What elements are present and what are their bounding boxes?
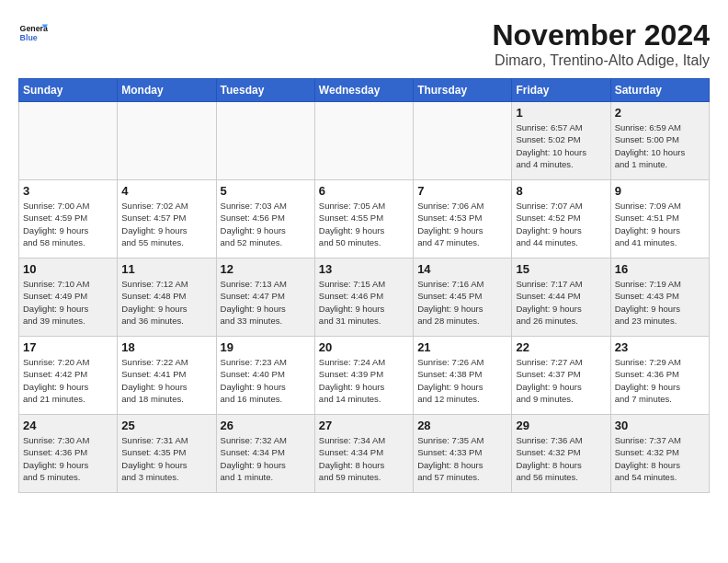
calendar-cell: 18Sunrise: 7:22 AM Sunset: 4:41 PM Dayli… [118,337,216,415]
day-info: Sunrise: 7:12 AM Sunset: 4:48 PM Dayligh… [121,278,211,327]
day-number: 6 [319,184,409,198]
calendar-cell: 14Sunrise: 7:16 AM Sunset: 4:45 PM Dayli… [414,259,512,337]
main-title: November 2024 [492,18,710,52]
day-number: 8 [516,184,606,198]
calendar-cell: 20Sunrise: 7:24 AM Sunset: 4:39 PM Dayli… [314,337,413,415]
calendar-cell: 21Sunrise: 7:26 AM Sunset: 4:38 PM Dayli… [414,337,512,415]
calendar-cell: 9Sunrise: 7:09 AM Sunset: 4:51 PM Daylig… [610,180,709,259]
day-number: 20 [319,340,409,354]
day-info: Sunrise: 7:02 AM Sunset: 4:57 PM Dayligh… [121,200,211,248]
day-info: Sunrise: 7:05 AM Sunset: 4:55 PM Dayligh… [319,200,409,248]
calendar-cell: 11Sunrise: 7:12 AM Sunset: 4:48 PM Dayli… [118,259,216,337]
calendar-day-header: Saturday [610,79,709,102]
day-number: 7 [417,184,507,198]
calendar-cell: 7Sunrise: 7:06 AM Sunset: 4:53 PM Daylig… [414,180,512,259]
day-info: Sunrise: 6:59 AM Sunset: 5:00 PM Dayligh… [615,121,705,170]
day-number: 2 [615,106,705,120]
svg-text:Blue: Blue [20,33,38,42]
calendar-cell: 3Sunrise: 7:00 AM Sunset: 4:59 PM Daylig… [19,180,118,259]
subtitle: Dimaro, Trentino-Alto Adige, Italy [492,52,710,69]
day-info: Sunrise: 7:15 AM Sunset: 4:46 PM Dayligh… [319,278,409,327]
day-info: Sunrise: 7:27 AM Sunset: 4:37 PM Dayligh… [516,356,606,405]
day-info: Sunrise: 7:13 AM Sunset: 4:47 PM Dayligh… [221,278,311,327]
calendar-cell: 25Sunrise: 7:31 AM Sunset: 4:35 PM Dayli… [118,415,216,493]
calendar-day-header: Wednesday [314,79,413,102]
day-info: Sunrise: 7:37 AM Sunset: 4:32 PM Dayligh… [615,434,705,483]
day-number: 24 [23,419,113,432]
day-number: 1 [516,106,606,120]
day-info: Sunrise: 7:00 AM Sunset: 4:59 PM Dayligh… [23,200,113,248]
day-info: Sunrise: 7:30 AM Sunset: 4:36 PM Dayligh… [23,434,113,483]
day-number: 28 [417,419,507,432]
day-info: Sunrise: 6:57 AM Sunset: 5:02 PM Dayligh… [516,121,606,170]
logo-icon: General Blue [18,18,48,48]
calendar-day-header: Friday [512,79,610,102]
day-info: Sunrise: 7:09 AM Sunset: 4:51 PM Dayligh… [615,200,705,248]
calendar-cell: 10Sunrise: 7:10 AM Sunset: 4:49 PM Dayli… [19,259,118,337]
day-info: Sunrise: 7:31 AM Sunset: 4:35 PM Dayligh… [121,434,211,483]
calendar-cell: 12Sunrise: 7:13 AM Sunset: 4:47 PM Dayli… [216,259,314,337]
calendar-table: SundayMondayTuesdayWednesdayThursdayFrid… [18,78,710,493]
day-number: 27 [319,419,409,432]
day-number: 26 [221,419,311,432]
day-number: 13 [319,262,409,276]
calendar-day-header: Sunday [19,79,118,102]
day-number: 11 [121,262,211,276]
day-info: Sunrise: 7:29 AM Sunset: 4:36 PM Dayligh… [615,356,705,405]
calendar-cell [314,102,413,180]
day-number: 4 [121,184,211,198]
day-number: 15 [516,262,606,276]
calendar-cell [414,102,512,180]
calendar-cell: 13Sunrise: 7:15 AM Sunset: 4:46 PM Dayli… [314,259,413,337]
calendar-cell: 22Sunrise: 7:27 AM Sunset: 4:37 PM Dayli… [512,337,610,415]
calendar-cell: 8Sunrise: 7:07 AM Sunset: 4:52 PM Daylig… [512,180,610,259]
calendar-cell: 29Sunrise: 7:36 AM Sunset: 4:32 PM Dayli… [512,415,610,493]
logo: General Blue [18,18,48,48]
day-number: 29 [516,419,606,432]
calendar-cell: 4Sunrise: 7:02 AM Sunset: 4:57 PM Daylig… [118,180,216,259]
day-number: 18 [121,340,211,354]
calendar-day-header: Thursday [414,79,512,102]
calendar-header-row: SundayMondayTuesdayWednesdayThursdayFrid… [19,79,710,102]
day-number: 5 [221,184,311,198]
day-info: Sunrise: 7:24 AM Sunset: 4:39 PM Dayligh… [319,356,409,405]
day-info: Sunrise: 7:36 AM Sunset: 4:32 PM Dayligh… [516,434,606,483]
day-info: Sunrise: 7:19 AM Sunset: 4:43 PM Dayligh… [615,278,705,327]
title-area: November 2024 Dimaro, Trentino-Alto Adig… [492,18,710,69]
calendar-week-row: 3Sunrise: 7:00 AM Sunset: 4:59 PM Daylig… [19,180,710,259]
calendar-cell: 27Sunrise: 7:34 AM Sunset: 4:34 PM Dayli… [314,415,413,493]
calendar-cell: 17Sunrise: 7:20 AM Sunset: 4:42 PM Dayli… [19,337,118,415]
day-number: 21 [417,340,507,354]
day-number: 16 [615,262,705,276]
calendar-cell: 19Sunrise: 7:23 AM Sunset: 4:40 PM Dayli… [216,337,314,415]
calendar-week-row: 1Sunrise: 6:57 AM Sunset: 5:02 PM Daylig… [19,102,710,180]
calendar-cell: 16Sunrise: 7:19 AM Sunset: 4:43 PM Dayli… [610,259,709,337]
calendar-cell: 26Sunrise: 7:32 AM Sunset: 4:34 PM Dayli… [216,415,314,493]
calendar-cell [19,102,118,180]
day-number: 12 [221,262,311,276]
day-number: 22 [516,340,606,354]
calendar-cell [216,102,314,180]
calendar-cell: 23Sunrise: 7:29 AM Sunset: 4:36 PM Dayli… [610,337,709,415]
day-info: Sunrise: 7:23 AM Sunset: 4:40 PM Dayligh… [221,356,311,405]
calendar-body: 1Sunrise: 6:57 AM Sunset: 5:02 PM Daylig… [19,102,710,493]
calendar-week-row: 24Sunrise: 7:30 AM Sunset: 4:36 PM Dayli… [19,415,710,493]
day-info: Sunrise: 7:07 AM Sunset: 4:52 PM Dayligh… [516,200,606,248]
day-info: Sunrise: 7:22 AM Sunset: 4:41 PM Dayligh… [121,356,211,405]
calendar-cell: 15Sunrise: 7:17 AM Sunset: 4:44 PM Dayli… [512,259,610,337]
day-info: Sunrise: 7:32 AM Sunset: 4:34 PM Dayligh… [221,434,311,483]
calendar-cell: 2Sunrise: 6:59 AM Sunset: 5:00 PM Daylig… [610,102,709,180]
calendar-cell: 6Sunrise: 7:05 AM Sunset: 4:55 PM Daylig… [314,180,413,259]
calendar-cell: 5Sunrise: 7:03 AM Sunset: 4:56 PM Daylig… [216,180,314,259]
calendar-cell: 24Sunrise: 7:30 AM Sunset: 4:36 PM Dayli… [19,415,118,493]
day-info: Sunrise: 7:17 AM Sunset: 4:44 PM Dayligh… [516,278,606,327]
day-number: 25 [121,419,211,432]
day-number: 14 [417,262,507,276]
day-info: Sunrise: 7:20 AM Sunset: 4:42 PM Dayligh… [23,356,113,405]
day-number: 9 [615,184,705,198]
calendar-week-row: 10Sunrise: 7:10 AM Sunset: 4:49 PM Dayli… [19,259,710,337]
header: General Blue November 2024 Dimaro, Trent… [18,18,710,69]
day-number: 19 [221,340,311,354]
day-info: Sunrise: 7:26 AM Sunset: 4:38 PM Dayligh… [417,356,507,405]
calendar-week-row: 17Sunrise: 7:20 AM Sunset: 4:42 PM Dayli… [19,337,710,415]
